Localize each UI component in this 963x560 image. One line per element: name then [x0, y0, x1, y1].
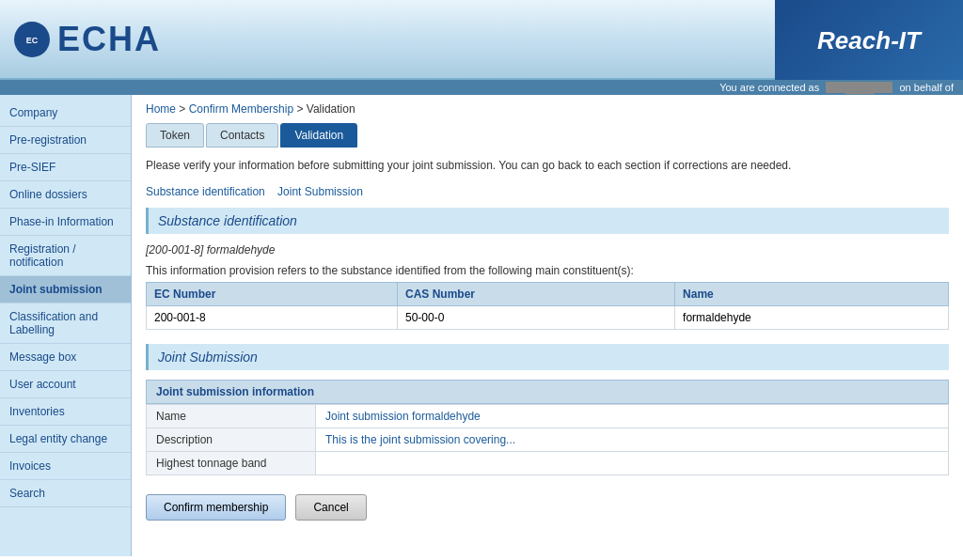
connected-bar: You are connected as ████ on behalf of	[0, 80, 963, 95]
sidebar-item-pre-registration[interactable]: Pre-registration	[0, 127, 131, 154]
joint-label-tonnage: Highest tonnage band	[147, 452, 316, 475]
sidebar-item-search[interactable]: Search	[0, 480, 131, 507]
substance-section-heading: Substance identification	[146, 208, 949, 234]
content-area: Home > Confirm Membership > Validation T…	[132, 95, 963, 556]
joint-info-table: Name Joint submission formaldehyde Descr…	[146, 404, 949, 475]
tab-contacts[interactable]: Contacts	[206, 123, 278, 148]
col-ec-number: EC Number	[147, 283, 398, 306]
confirm-membership-button[interactable]: Confirm membership	[146, 494, 286, 521]
header: EC ECHA Reach-IT You are connected as ██…	[0, 0, 963, 95]
joint-info-header: Joint submission information	[146, 380, 949, 404]
breadcrumb: Home > Confirm Membership > Validation	[146, 102, 949, 116]
joint-label-name: Name	[147, 405, 316, 428]
substance-table: EC Number CAS Number Name 200-001-8 50-0…	[146, 282, 949, 330]
sidebar-item-phase-in[interactable]: Phase-in Information	[0, 209, 131, 236]
echa-logo-text: ECHA	[57, 20, 161, 59]
breadcrumb-current: Validation	[307, 102, 355, 116]
breadcrumb-confirm-membership[interactable]: Confirm Membership	[189, 102, 293, 116]
sidebar-item-company[interactable]: Company	[0, 100, 131, 127]
substance-label: [200-001-8] formaldehyde	[146, 243, 949, 257]
sidebar-item-online-dossiers[interactable]: Online dossiers	[0, 181, 131, 209]
ec-number-value: 200-001-8	[147, 306, 398, 330]
table-note: This information provision refers to the…	[146, 264, 949, 277]
breadcrumb-home[interactable]: Home	[146, 102, 176, 116]
cancel-button[interactable]: Cancel	[295, 494, 366, 521]
reach-it-text: Reach-IT	[817, 25, 921, 55]
joint-value-tonnage	[316, 452, 949, 475]
link-substance-identification[interactable]: Substance identification	[146, 185, 265, 198]
button-area: Confirm membership Cancel	[146, 494, 949, 521]
section-links: Substance identification Joint Submissio…	[146, 185, 949, 198]
col-cas-number: CAS Number	[397, 283, 674, 306]
main-layout: Company Pre-registration Pre-SIEF Online…	[0, 95, 963, 556]
joint-label-description: Description	[147, 428, 316, 452]
svg-text:EC: EC	[26, 36, 39, 45]
sidebar-item-classification[interactable]: Classification and Labelling	[0, 303, 131, 344]
joint-value-description: This is the joint submission covering...	[316, 428, 949, 452]
joint-row-name: Name Joint submission formaldehyde	[147, 405, 949, 428]
logo-area: EC ECHA	[0, 20, 161, 59]
info-text: Please verify your information before su…	[146, 157, 949, 174]
tab-bar: Token Contacts Validation	[146, 123, 949, 148]
reach-it-logo: Reach-IT	[775, 0, 963, 80]
cas-number-value: 50-00-0	[397, 306, 674, 330]
sidebar-item-registration[interactable]: Registration / notification	[0, 236, 131, 276]
sidebar-item-inventories[interactable]: Inventories	[0, 398, 131, 426]
tab-token[interactable]: Token	[146, 123, 204, 148]
sidebar-item-message-box[interactable]: Message box	[0, 344, 131, 371]
sidebar-item-pre-sief[interactable]: Pre-SIEF	[0, 154, 131, 181]
echa-logo-icon: EC	[14, 22, 50, 57]
sidebar-item-user-account[interactable]: User account	[0, 371, 131, 398]
link-joint-submission[interactable]: Joint Submission	[277, 185, 363, 198]
joint-row-tonnage: Highest tonnage band	[147, 452, 949, 475]
joint-value-name: Joint submission formaldehyde	[316, 405, 949, 428]
tab-validation[interactable]: Validation	[280, 123, 357, 148]
substance-table-wrapper: This information provision refers to the…	[146, 264, 949, 330]
col-name: Name	[675, 283, 949, 306]
sidebar-item-legal-entity[interactable]: Legal entity change	[0, 426, 131, 453]
joint-row-description: Description This is the joint submission…	[147, 428, 949, 452]
sidebar-item-joint-submission[interactable]: Joint submission	[0, 276, 131, 303]
joint-section-heading: Joint Submission	[146, 344, 949, 370]
table-row: 200-001-8 50-00-0 formaldehyde	[147, 306, 949, 330]
sidebar-item-invoices[interactable]: Invoices	[0, 453, 131, 480]
sidebar: Company Pre-registration Pre-SIEF Online…	[0, 95, 132, 556]
name-value: formaldehyde	[675, 306, 949, 330]
